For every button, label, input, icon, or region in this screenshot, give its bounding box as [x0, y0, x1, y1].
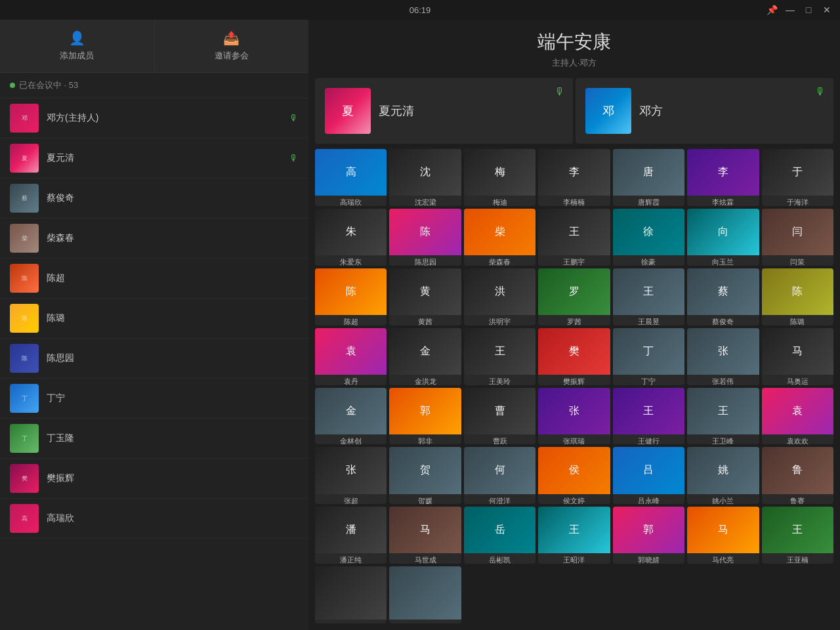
participant-cell[interactable]: 贺 贺媛 [389, 447, 461, 504]
participant-avatar: 徐 [613, 209, 684, 255]
participant-cell[interactable]: 袁 袁丹 [315, 328, 387, 385]
featured-speaker[interactable]: 夏 夏元清 🎙 [315, 78, 573, 144]
featured-mic-icon: 🎙 [815, 86, 826, 98]
participants-grid[interactable]: 高 高瑞欣 沈 沈宏梁 梅 梅迪 李 李楠楠 唐 唐辉霞 李 李炫霖 于 于海洋 [308, 146, 840, 630]
participant-cell[interactable]: 王 王晨昱 [613, 268, 684, 326]
participant-cell[interactable]: 高 高瑞欣 [315, 149, 387, 206]
participant-cell[interactable]: 潘 潘正纯 [315, 507, 387, 564]
participant-avatar: 高 [315, 149, 387, 196]
participant-avatar: 陈 [762, 268, 833, 315]
participant-avatar: 何 [464, 447, 536, 494]
list-item[interactable]: 高 高瑞欣 [0, 499, 308, 539]
participant-cell[interactable]: 吕 吕永峰 [613, 447, 684, 504]
main-content: 👤 添加成员 📤 邀请参会 已在会议中 · 53 邓 邓方(主持人) 🎙 夏 夏… [0, 20, 840, 630]
list-item[interactable]: 陈 陈超 [0, 259, 308, 299]
participant-cell[interactable]: 陈 陈璐 [762, 268, 833, 326]
participant-cell[interactable] [389, 566, 461, 623]
list-item[interactable]: 柴 柴森春 [0, 219, 308, 259]
participant-avatar: 柴 [464, 209, 536, 255]
participant-cell[interactable]: 陈 陈超 [315, 268, 387, 326]
avatar: 高 [10, 504, 39, 533]
participant-cell[interactable]: 徐 徐豪 [613, 209, 684, 266]
participant-cell[interactable]: 张 张若伟 [687, 328, 759, 385]
participant-cell[interactable]: 王 王鹏宇 [538, 209, 610, 266]
participant-cell[interactable]: 马 马世成 [389, 507, 461, 564]
participant-name: 罗茜 [538, 315, 610, 326]
participant-cell[interactable]: 王 王昭洋 [538, 507, 610, 564]
participant-avatar: 闫 [762, 209, 833, 255]
participant-cell[interactable]: 向 向玉兰 [687, 209, 759, 266]
participant-avatar: 于 [762, 149, 833, 196]
list-item[interactable]: 陈 陈思园 [0, 339, 308, 379]
minimize-button[interactable]: — [784, 3, 797, 16]
participant-cell[interactable]: 何 何澄洋 [464, 447, 536, 504]
participant-cell[interactable]: 王 王美玲 [464, 328, 536, 385]
participant-cell[interactable]: 洪 洪明宇 [464, 268, 536, 326]
participant-cell[interactable]: 金 金洪龙 [389, 328, 461, 385]
participant-cell[interactable]: 樊 樊振辉 [538, 328, 610, 385]
participant-cell[interactable]: 李 李楠楠 [538, 149, 610, 206]
invite-button[interactable]: 📤 邀请参会 [155, 20, 309, 72]
participant-cell[interactable]: 袁 袁欢欢 [762, 388, 833, 445]
participant-cell[interactable]: 鲁 鲁赛 [762, 447, 833, 504]
titlebar: 06:19 📌 — □ ✕ [0, 0, 840, 20]
participant-cell[interactable]: 王 王卫峰 [687, 388, 759, 445]
participant-cell[interactable]: 蔡 蔡俊奇 [687, 268, 759, 326]
pin-button[interactable]: 📌 [765, 3, 778, 16]
featured-speaker[interactable]: 邓 邓方 🎙 [576, 78, 833, 144]
participant-cell[interactable] [315, 566, 387, 623]
participant-cell[interactable]: 闫 闫策 [762, 209, 833, 266]
participant-avatar: 陈 [315, 268, 387, 315]
participant-cell[interactable]: 岳 岳彬凯 [464, 507, 536, 564]
mic-icon: 🎙 [289, 153, 299, 163]
participant-cell[interactable]: 王 王亚楠 [762, 507, 833, 564]
list-item[interactable]: 陈 陈璐 [0, 299, 308, 339]
mic-icon: 🎙 [289, 113, 299, 123]
add-member-button[interactable]: 👤 添加成员 [0, 20, 155, 72]
participant-cell[interactable]: 罗 罗茜 [538, 268, 610, 326]
close-button[interactable]: ✕ [820, 3, 833, 16]
list-item[interactable]: 蔡 蔡俊奇 [0, 178, 308, 219]
participant-cell[interactable]: 黄 黄茜 [389, 268, 461, 326]
participant-cell[interactable]: 郭 郭非 [389, 388, 461, 445]
participant-cell[interactable]: 曹 曹跃 [464, 388, 536, 445]
participant-cell[interactable]: 姚 姚小兰 [687, 447, 759, 504]
participant-name: 陈思园 [389, 255, 461, 266]
participant-cell[interactable]: 张 张琪瑞 [538, 388, 610, 445]
participant-cell[interactable]: 朱 朱爱东 [315, 209, 387, 266]
participant-cell[interactable]: 李 李炫霖 [687, 149, 759, 206]
invite-icon: 📤 [223, 30, 240, 46]
avatar: 柴 [10, 224, 39, 253]
participant-name: 鲁赛 [762, 494, 833, 505]
list-item[interactable]: 夏 夏元清 🎙 [0, 138, 308, 178]
participant-cell[interactable]: 金 金林创 [315, 388, 387, 445]
member-name: 丁宁 [47, 392, 299, 404]
participant-cell[interactable]: 沈 沈宏梁 [389, 149, 461, 206]
participant-avatar: 金 [315, 388, 387, 434]
participant-cell[interactable]: 马 马代亮 [687, 507, 759, 564]
participant-name: 沈宏梁 [389, 196, 461, 206]
participant-cell[interactable]: 唐 唐辉霞 [613, 149, 684, 206]
participant-cell[interactable]: 王 王健行 [613, 388, 684, 445]
list-item[interactable]: 邓 邓方(主持人) 🎙 [0, 98, 308, 138]
participant-cell[interactable]: 梅 梅迪 [464, 149, 536, 206]
participant-cell[interactable]: 柴 柴森春 [464, 209, 536, 266]
participant-cell[interactable]: 丁 丁宁 [613, 328, 684, 385]
participant-cell[interactable]: 郭 郭晓婧 [613, 507, 684, 564]
participant-name: 丁宁 [613, 375, 684, 385]
list-item[interactable]: 樊 樊振辉 [0, 459, 308, 499]
participant-cell[interactable]: 侯 侯文婷 [538, 447, 610, 504]
participant-avatar: 曹 [464, 388, 536, 434]
participant-avatar: 马 [389, 507, 461, 553]
participant-cell[interactable]: 陈 陈思园 [389, 209, 461, 266]
participant-cell[interactable]: 张 张超 [315, 447, 387, 504]
participant-avatar [389, 566, 461, 620]
meeting-header: 端午安康 主持人·邓方 [308, 20, 840, 75]
participant-cell[interactable]: 于 于海洋 [762, 149, 833, 206]
member-list[interactable]: 邓 邓方(主持人) 🎙 夏 夏元清 🎙 蔡 蔡俊奇 柴 柴森春 陈 陈超 陈 陈… [0, 98, 308, 630]
maximize-button[interactable]: □ [802, 3, 815, 16]
participant-cell[interactable]: 马 马奥运 [762, 328, 833, 385]
list-item[interactable]: 丁 丁玉隆 [0, 419, 308, 459]
list-item[interactable]: 丁 丁宁 [0, 379, 308, 419]
avatar: 夏 [10, 144, 39, 173]
